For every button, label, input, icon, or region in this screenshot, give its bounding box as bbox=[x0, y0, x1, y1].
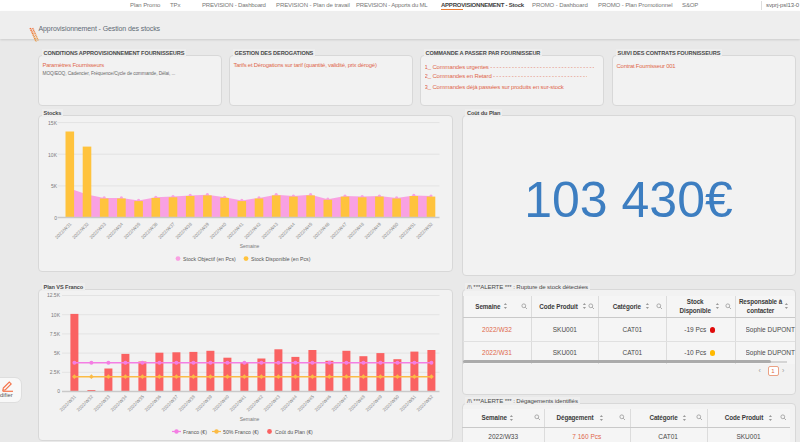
svg-text:0: 0 bbox=[57, 388, 60, 394]
svg-text:2022/W34: 2022/W34 bbox=[106, 221, 125, 240]
svg-text:2022/W38: 2022/W38 bbox=[175, 221, 194, 240]
svg-text:2022/W40: 2022/W40 bbox=[209, 221, 228, 240]
svg-text:2022/W33: 2022/W33 bbox=[93, 394, 112, 413]
svg-text:2022/W36: 2022/W36 bbox=[140, 221, 159, 240]
svg-text:0: 0 bbox=[54, 215, 57, 221]
svg-text:2022/W37: 2022/W37 bbox=[161, 394, 180, 413]
svg-text:7.5K: 7.5K bbox=[50, 331, 61, 337]
svg-text:2022/W50: 2022/W50 bbox=[381, 221, 400, 240]
svg-text:12.5K: 12.5K bbox=[47, 292, 61, 298]
svg-text:2.5K: 2.5K bbox=[50, 369, 61, 375]
svg-text:2022/W41: 2022/W41 bbox=[226, 221, 245, 240]
svg-text:2022/W49: 2022/W49 bbox=[365, 394, 384, 413]
svg-text:2022/W32: 2022/W32 bbox=[71, 221, 90, 240]
svg-text:50% Franco (€): 50% Franco (€) bbox=[223, 429, 259, 435]
svg-text:2022/W52: 2022/W52 bbox=[415, 221, 434, 240]
svg-text:2022/W35: 2022/W35 bbox=[127, 394, 146, 413]
svg-text:2022/W45: 2022/W45 bbox=[295, 221, 314, 240]
svg-text:2022/W41: 2022/W41 bbox=[229, 394, 248, 413]
svg-text:2022/W37: 2022/W37 bbox=[157, 221, 176, 240]
svg-text:2022/W51: 2022/W51 bbox=[398, 221, 417, 240]
svg-text:2022/W39: 2022/W39 bbox=[195, 394, 214, 413]
svg-text:2022/W35: 2022/W35 bbox=[123, 221, 142, 240]
svg-text:2022/W49: 2022/W49 bbox=[364, 221, 383, 240]
svg-text:2022/W42: 2022/W42 bbox=[246, 394, 265, 413]
svg-text:Coût du Plan (€): Coût du Plan (€) bbox=[275, 429, 313, 435]
svg-text:10K: 10K bbox=[48, 152, 58, 158]
svg-text:2022/W43: 2022/W43 bbox=[261, 221, 280, 240]
svg-text:2022/W40: 2022/W40 bbox=[212, 394, 231, 413]
svg-text:2022/W32: 2022/W32 bbox=[76, 394, 95, 413]
svg-text:Stock Disponible (en Pcs): Stock Disponible (en Pcs) bbox=[251, 256, 311, 262]
svg-text:2022/W45: 2022/W45 bbox=[297, 394, 316, 413]
svg-text:2022/W44: 2022/W44 bbox=[278, 221, 297, 240]
svg-text:2022/W48: 2022/W48 bbox=[348, 394, 367, 413]
svg-text:2022/W47: 2022/W47 bbox=[329, 221, 348, 240]
svg-text:2022/W50: 2022/W50 bbox=[382, 394, 401, 413]
svg-text:Semaine: Semaine bbox=[240, 416, 260, 422]
svg-text:2022/W38: 2022/W38 bbox=[178, 394, 197, 413]
svg-text:5K: 5K bbox=[51, 183, 58, 189]
svg-text:2022/W44: 2022/W44 bbox=[280, 394, 299, 413]
svg-text:10K: 10K bbox=[51, 312, 61, 318]
svg-text:2022/W31: 2022/W31 bbox=[59, 394, 78, 413]
svg-text:2022/W52: 2022/W52 bbox=[416, 394, 435, 413]
svg-text:2022/W48: 2022/W48 bbox=[347, 221, 366, 240]
svg-text:2022/W47: 2022/W47 bbox=[331, 394, 350, 413]
svg-text:2022/W46: 2022/W46 bbox=[312, 221, 331, 240]
svg-text:Semaine: Semaine bbox=[240, 243, 260, 249]
svg-text:2022/W31: 2022/W31 bbox=[54, 221, 73, 240]
svg-text:15K: 15K bbox=[48, 120, 58, 126]
svg-text:Stock Objectif (en Pcs): Stock Objectif (en Pcs) bbox=[183, 256, 236, 262]
svg-text:2022/W46: 2022/W46 bbox=[314, 394, 333, 413]
svg-text:2022/W42: 2022/W42 bbox=[243, 221, 262, 240]
svg-text:2022/W33: 2022/W33 bbox=[89, 221, 108, 240]
svg-text:2022/W39: 2022/W39 bbox=[192, 221, 211, 240]
svg-text:5K: 5K bbox=[54, 350, 61, 356]
svg-text:2022/W43: 2022/W43 bbox=[263, 394, 282, 413]
svg-text:2022/W51: 2022/W51 bbox=[399, 394, 418, 413]
svg-text:2022/W34: 2022/W34 bbox=[110, 394, 129, 413]
svg-text:Franco (€): Franco (€) bbox=[183, 429, 207, 435]
svg-text:2022/W36: 2022/W36 bbox=[144, 394, 163, 413]
